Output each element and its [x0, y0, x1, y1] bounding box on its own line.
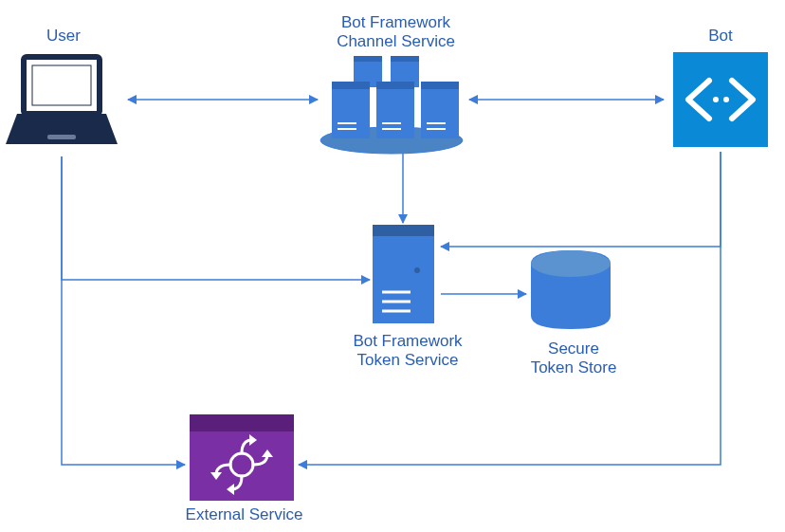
svg-rect-17: [421, 82, 459, 89]
user-icon: [6, 57, 118, 144]
architecture-diagram: User Bot Framework Channel Service Bot B…: [0, 0, 785, 532]
svg-point-26: [723, 97, 729, 102]
bot-icon: [673, 52, 768, 147]
token-service-icon: [373, 225, 434, 323]
svg-point-33: [531, 250, 611, 277]
svg-rect-5: [32, 65, 91, 105]
svg-rect-16: [421, 87, 459, 138]
channel-service-label: Bot Framework Channel Service: [313, 13, 479, 52]
external-service-label: External Service: [180, 505, 308, 524]
svg-rect-27: [373, 225, 434, 236]
svg-rect-14: [376, 87, 414, 138]
svg-rect-34: [190, 414, 294, 431]
token-service-label: Bot Framework Token Service: [341, 332, 474, 371]
svg-rect-15: [376, 82, 414, 89]
svg-rect-11: [391, 56, 419, 62]
svg-point-25: [713, 97, 719, 102]
svg-point-29: [414, 267, 420, 273]
diagram-svg: [0, 0, 785, 532]
user-label: User: [30, 27, 97, 46]
svg-rect-35: [190, 431, 294, 501]
channel-service-icon: [320, 56, 463, 154]
svg-rect-13: [332, 82, 370, 89]
token-store-label: Secure Token Store: [517, 339, 630, 378]
token-store-icon: [531, 250, 611, 329]
external-service-icon: [190, 414, 294, 501]
svg-rect-9: [354, 56, 382, 62]
svg-rect-6: [47, 135, 76, 139]
svg-rect-12: [332, 87, 370, 138]
bot-label: Bot: [702, 27, 739, 46]
